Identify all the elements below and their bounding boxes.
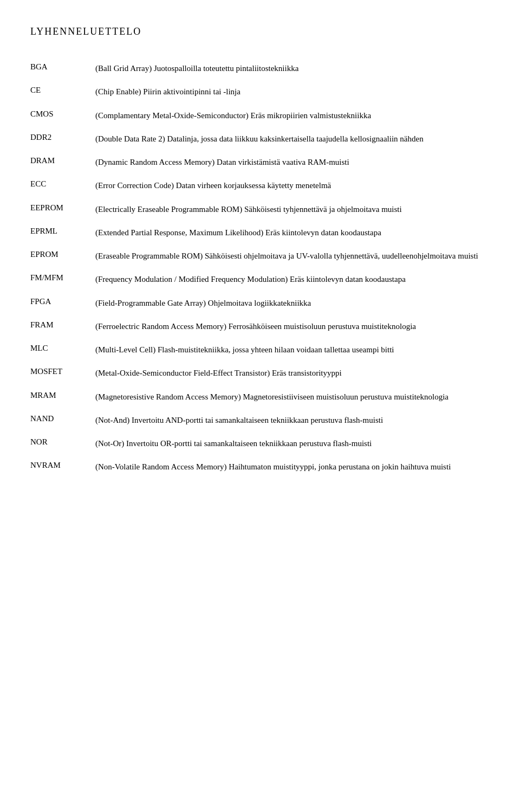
abbreviation: CE	[30, 80, 95, 104]
abbreviation: EPRML	[30, 221, 95, 244]
glossary-row: DDR2(Double Data Rate 2) Datalinja, joss…	[30, 127, 490, 151]
description: (Ferroelectric Random Access Memory) Fer…	[95, 315, 490, 338]
glossary-table: BGA(Ball Grid Array) Juotospalloilla tot…	[30, 57, 490, 479]
abbreviation: DRAM	[30, 151, 95, 174]
abbreviation: FM/MFM	[30, 268, 95, 291]
glossary-row: CMOS(Complamentary Metal-Oxide-Semicondu…	[30, 104, 490, 127]
abbreviation: BGA	[30, 57, 95, 80]
glossary-row: EPRML(Extended Partial Response, Maximum…	[30, 221, 490, 244]
glossary-row: MRAM(Magnetoresistive Random Access Memo…	[30, 385, 490, 409]
glossary-row: NAND(Not-And) Invertoitu AND-portti tai …	[30, 409, 490, 432]
glossary-row: NVRAM(Non-Volatile Random Access Memory)…	[30, 455, 490, 479]
description: (Non-Volatile Random Access Memory) Haih…	[95, 455, 490, 479]
abbreviation: NAND	[30, 409, 95, 432]
description: (Error Correction Code) Datan virheen ko…	[95, 174, 490, 197]
abbreviation: EPROM	[30, 244, 95, 268]
abbreviation: DDR2	[30, 127, 95, 151]
description: (Extended Partial Response, Maximum Like…	[95, 221, 490, 244]
description: (Electrically Eraseable Programmable ROM…	[95, 198, 490, 221]
description: (Not-And) Invertoitu AND-portti tai sama…	[95, 409, 490, 432]
abbreviation: ECC	[30, 174, 95, 197]
glossary-row: FRAM(Ferroelectric Random Access Memory)…	[30, 315, 490, 338]
abbreviation: NVRAM	[30, 455, 95, 479]
glossary-row: EEPROM(Electrically Eraseable Programmab…	[30, 198, 490, 221]
glossary-row: FM/MFM(Frequency Modulation / Modified F…	[30, 268, 490, 291]
description: (Dynamic Random Access Memory) Datan vir…	[95, 151, 490, 174]
glossary-row: DRAM(Dynamic Random Access Memory) Datan…	[30, 151, 490, 174]
glossary-row: CE(Chip Enable) Piirin aktivointipinni t…	[30, 80, 490, 104]
description: (Double Data Rate 2) Datalinja, jossa da…	[95, 127, 490, 151]
abbreviation: FRAM	[30, 315, 95, 338]
abbreviation: CMOS	[30, 104, 95, 127]
glossary-row: BGA(Ball Grid Array) Juotospalloilla tot…	[30, 57, 490, 80]
abbreviation: MLC	[30, 338, 95, 362]
description: (Eraseable Programmable ROM) Sähköisesti…	[95, 244, 490, 268]
description: (Ball Grid Array) Juotospalloilla toteut…	[95, 57, 490, 80]
description: (Frequency Modulation / Modified Frequen…	[95, 268, 490, 291]
abbreviation: NOR	[30, 432, 95, 455]
description: (Not-Or) Invertoitu OR-portti tai samank…	[95, 432, 490, 455]
description: (Multi-Level Cell) Flash-muistitekniikka…	[95, 338, 490, 362]
description: (Field-Programmable Gate Array) Ohjelmoi…	[95, 292, 490, 315]
glossary-row: MLC(Multi-Level Cell) Flash-muistiteknii…	[30, 338, 490, 362]
abbreviation: EEPROM	[30, 198, 95, 221]
abbreviation: MRAM	[30, 385, 95, 409]
description: (Metal-Oxide-Semiconductor Field-Effect …	[95, 362, 490, 385]
glossary-row: NOR(Not-Or) Invertoitu OR-portti tai sam…	[30, 432, 490, 455]
glossary-row: FPGA(Field-Programmable Gate Array) Ohje…	[30, 292, 490, 315]
glossary-row: MOSFET(Metal-Oxide-Semiconductor Field-E…	[30, 362, 490, 385]
abbreviation: MOSFET	[30, 362, 95, 385]
description: (Magnetoresistive Random Access Memory) …	[95, 385, 490, 409]
glossary-row: EPROM(Eraseable Programmable ROM) Sähköi…	[30, 244, 490, 268]
description: (Chip Enable) Piirin aktivointipinni tai…	[95, 80, 490, 104]
abbreviation: FPGA	[30, 292, 95, 315]
description: (Complamentary Metal-Oxide-Semiconductor…	[95, 104, 490, 127]
page-title: LYHENNELUETTELO	[30, 26, 490, 37]
glossary-row: ECC(Error Correction Code) Datan virheen…	[30, 174, 490, 197]
